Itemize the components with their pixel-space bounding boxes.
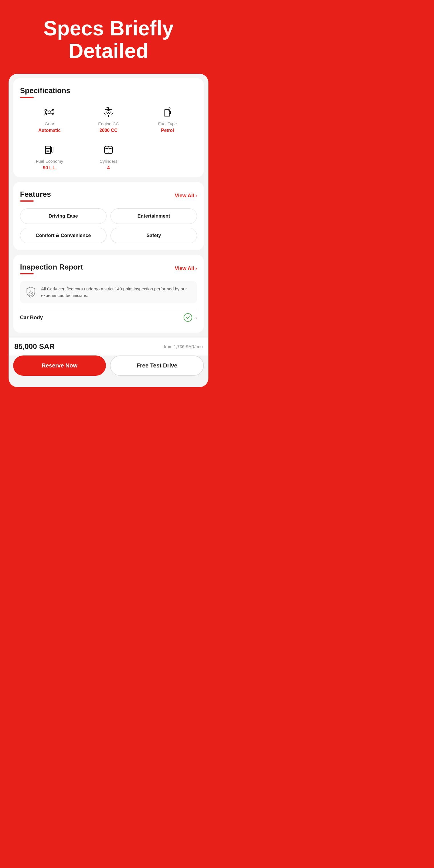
action-buttons: Reserve Now Free Test Drive — [8, 355, 209, 380]
specs-title-wrap: Specifications — [20, 86, 70, 98]
gear-value: Automatic — [38, 128, 61, 133]
specifications-section: Specifications — [13, 78, 204, 177]
spec-gear: Gear Automatic — [20, 105, 79, 133]
feature-chip-driving-ease[interactable]: Driving Ease — [20, 209, 106, 224]
inspection-shield-icon — [25, 286, 37, 299]
free-test-drive-button[interactable]: Free Test Drive — [110, 355, 204, 376]
feature-chip-safety[interactable]: Safety — [111, 228, 197, 243]
inspection-header: Inspection Report View All › — [20, 263, 197, 274]
features-section: Features View All › Driving Ease Enterta… — [13, 182, 204, 250]
features-header: Features View All › — [20, 190, 197, 202]
fuel-economy-value: 90 L L — [43, 165, 56, 170]
inspection-chevron-icon: › — [195, 266, 197, 272]
svg-rect-22 — [45, 146, 51, 154]
cylinders-label: Cylinders — [100, 159, 118, 164]
svg-rect-23 — [45, 146, 51, 149]
features-title-underline — [20, 200, 34, 202]
hero-title: Specs Briefly Detailed — [0, 0, 217, 74]
specs-title-underline — [20, 97, 34, 98]
features-chips: Driving Ease Entertainment Comfort & Con… — [20, 209, 197, 243]
monthly-price: from 1,736 SAR/ mo — [164, 344, 203, 349]
inspection-title: Inspection Report — [20, 263, 83, 272]
svg-line-10 — [51, 110, 52, 111]
feature-chip-entertainment[interactable]: Entertainment — [111, 209, 197, 224]
spec-cylinders: Cylinders 4 — [79, 142, 138, 170]
inspection-title-underline — [20, 273, 34, 274]
features-title: Features — [20, 190, 51, 199]
svg-point-0 — [48, 111, 51, 114]
specs-header: Specifications — [20, 86, 197, 98]
features-chevron-icon: › — [195, 193, 197, 199]
spec-engine: Engine CC 2000 CC — [79, 105, 138, 133]
svg-line-34 — [30, 293, 32, 294]
gear-label: Gear — [45, 121, 54, 126]
inspection-view-all[interactable]: View All › — [175, 266, 197, 272]
main-price: 85,000 SAR — [14, 342, 55, 351]
inspection-title-wrap: Inspection Report — [20, 263, 83, 274]
inspection-row-car-body[interactable]: Car Body › — [20, 309, 197, 326]
specs-title: Specifications — [20, 86, 70, 95]
feature-chip-comfort[interactable]: Comfort & Convenience — [20, 228, 106, 243]
svg-point-1 — [45, 110, 46, 111]
car-body-check-icon — [184, 313, 192, 322]
inspection-section: Inspection Report View All › All Carly-c… — [13, 255, 204, 333]
fuel-economy-label: Fuel Economy — [36, 159, 63, 164]
car-body-label: Car Body — [20, 315, 43, 321]
fuel-type-label: Fuel Type — [158, 121, 177, 126]
inspection-info-box: All Carly-certified cars undergo a stric… — [20, 281, 197, 303]
svg-point-29 — [108, 146, 113, 149]
fuel-type-icon — [160, 105, 175, 120]
features-title-wrap: Features — [20, 190, 51, 202]
inspection-description: All Carly-certified cars undergo a stric… — [41, 286, 192, 299]
car-body-icons: › — [184, 313, 197, 322]
specs-grid: Gear Automatic — [20, 105, 197, 170]
bottom-price-bar: 85,000 SAR from 1,736 SAR/ mo — [8, 337, 209, 355]
fuel-economy-icon — [42, 142, 57, 157]
engine-label: Engine CC — [98, 121, 119, 126]
cylinders-icon — [101, 142, 116, 157]
svg-point-13 — [108, 112, 109, 113]
spec-fuel-type: Fuel Type Petrol — [138, 105, 197, 133]
spec-fuel-economy: Fuel Economy 90 L L — [20, 142, 79, 170]
main-card: Specifications — [8, 74, 209, 387]
engine-icon — [101, 105, 116, 120]
cylinders-value: 4 — [107, 165, 110, 170]
gear-icon — [42, 105, 57, 120]
car-body-chevron-icon: › — [195, 314, 197, 321]
features-view-all[interactable]: View All › — [175, 193, 197, 199]
reserve-now-button[interactable]: Reserve Now — [13, 355, 106, 376]
engine-value: 2000 CC — [99, 128, 117, 133]
svg-line-9 — [46, 110, 48, 111]
svg-point-2 — [52, 110, 54, 111]
fuel-type-value: Petrol — [161, 128, 174, 133]
